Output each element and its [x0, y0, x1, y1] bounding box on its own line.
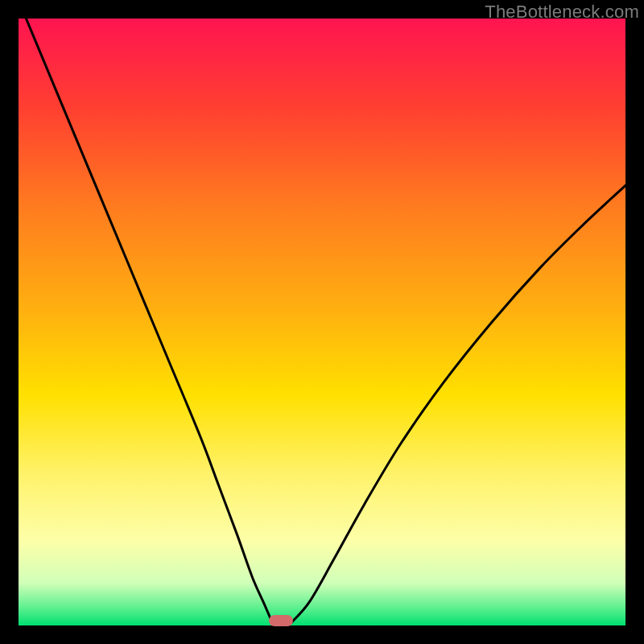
chart-frame: [19, 19, 625, 625]
curve-left-branch: [19, 19, 272, 622]
curve-right-branch: [291, 185, 625, 622]
optimal-marker: [269, 615, 293, 626]
bottleneck-curve: [19, 19, 625, 625]
watermark-text: TheBottleneck.com: [485, 2, 639, 23]
